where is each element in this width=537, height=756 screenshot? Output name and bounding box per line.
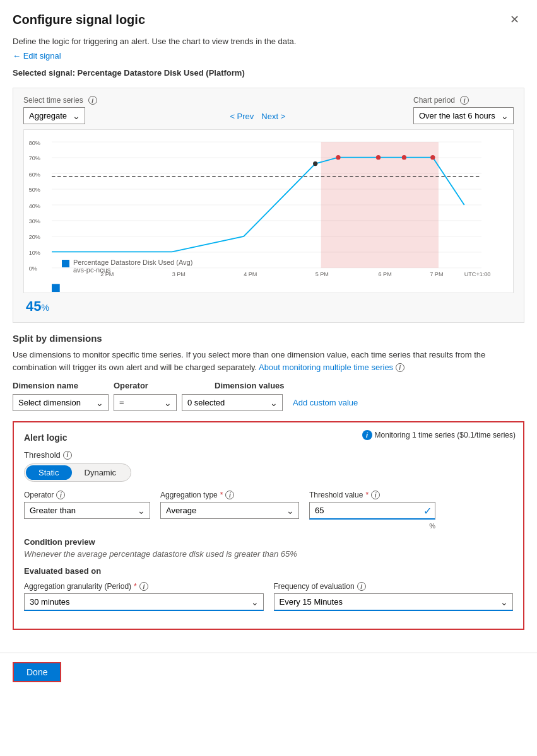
agg-type-info-icon[interactable]: i (225, 491, 234, 499)
frequency-label: Frequency of evaluation i (274, 582, 514, 591)
time-series-select[interactable]: Aggregate (23, 107, 85, 124)
frequency-info-icon[interactable]: i (357, 582, 366, 591)
alert-logic-section: i Monitoring 1 time series ($0.1/time se… (13, 421, 524, 630)
threshold-value-label: Threshold value * i (309, 491, 435, 499)
time-series-info-icon[interactable]: i (88, 96, 97, 105)
chart-value-unit: % (41, 303, 49, 313)
threshold-value-required: * (365, 491, 369, 499)
agg-type-select[interactable]: Average (160, 502, 299, 519)
operator-label: Operator i (24, 491, 150, 499)
chart-period-label: Chart period (413, 96, 455, 105)
svg-point-29 (402, 155, 406, 160)
prev-button[interactable]: < Prev (230, 112, 254, 121)
svg-text:50%: 50% (29, 187, 40, 193)
svg-point-30 (430, 155, 435, 160)
svg-text:30%: 30% (29, 218, 40, 224)
chart-period-select[interactable]: Over the last 6 hours (413, 107, 514, 124)
agg-type-label: Aggregation type * i (160, 491, 299, 499)
svg-text:40%: 40% (29, 203, 40, 209)
svg-text:60%: 60% (29, 172, 40, 178)
svg-point-31 (313, 161, 317, 166)
svg-point-28 (376, 155, 381, 160)
legend-color (62, 260, 69, 267)
dimensions-info-icon[interactable]: i (396, 363, 404, 372)
agg-granularity-label: Aggregation granularity (Period) * i (24, 582, 264, 591)
svg-text:4 PM: 4 PM (244, 272, 257, 278)
agg-granularity-select[interactable]: 30 minutes (24, 593, 264, 611)
dimensions-section: Split by dimensions Use dimensions to mo… (13, 333, 524, 411)
operator-select[interactable]: Greater than (24, 502, 150, 519)
description-text: Define the logic for triggering an alert… (13, 37, 524, 46)
static-toggle-button[interactable]: Static (26, 465, 72, 480)
dimensions-description: Use dimensions to monitor specific time … (13, 349, 524, 373)
dimension-operator-select[interactable]: = (114, 394, 177, 411)
evaluated-based-on-title: Evaluated based on (24, 566, 513, 576)
time-series-label: Select time series (23, 96, 83, 105)
dim-col-operator: Operator (114, 381, 215, 390)
svg-text:20%: 20% (29, 234, 40, 240)
dimensions-title: Split by dimensions (13, 333, 524, 344)
svg-text:5 PM: 5 PM (316, 272, 329, 278)
footer: Done (0, 653, 537, 691)
agg-granularity-required: * (134, 582, 137, 591)
dimension-values-select[interactable]: 0 selected (182, 394, 283, 411)
svg-text:80%: 80% (29, 140, 40, 146)
threshold-toggle[interactable]: Static Dynamic (24, 463, 131, 482)
condition-preview-title: Condition preview (24, 537, 513, 547)
chart-period-info-icon[interactable]: i (460, 96, 469, 105)
condition-preview-text: Whenever the average percentage datastor… (24, 549, 513, 559)
agg-type-required: * (220, 491, 223, 499)
dimension-name-select[interactable]: Select dimension (13, 394, 109, 411)
svg-point-27 (336, 155, 340, 160)
svg-text:70%: 70% (29, 155, 40, 161)
agg-granularity-info-icon[interactable]: i (139, 582, 148, 591)
edit-signal-link[interactable]: Edit signal (13, 51, 61, 61)
threshold-value-info-icon[interactable]: i (371, 491, 380, 499)
chart-value: 45 (26, 298, 41, 314)
svg-rect-25 (321, 142, 439, 268)
chart-section: Select time series i Aggregate < Prev Ne… (13, 88, 524, 323)
frequency-select[interactable]: Every 15 Minutes (274, 593, 514, 611)
threshold-label: Threshold i (24, 450, 513, 460)
svg-text:UTC+1:00: UTC+1:00 (464, 272, 491, 278)
done-button[interactable]: Done (13, 662, 61, 682)
chart-area: 80% 70% 60% 50% 40% 30% 20% 10% 0% 2 PM … (23, 129, 514, 293)
svg-text:6 PM: 6 PM (379, 272, 392, 278)
svg-text:7 PM: 7 PM (430, 272, 443, 278)
dynamic-toggle-button[interactable]: Dynamic (72, 465, 129, 480)
dim-col-name: Dimension name (13, 381, 114, 390)
svg-text:0%: 0% (29, 265, 37, 272)
svg-text:10%: 10% (29, 250, 40, 256)
chart-legend-text: Percentage Datastore Disk Used (Avg) avs… (73, 259, 192, 274)
operator-info-icon[interactable]: i (56, 491, 65, 499)
add-custom-value-button[interactable]: Add custom value (288, 395, 363, 410)
next-button[interactable]: Next > (261, 112, 285, 121)
monitoring-badge: i Monitoring 1 time series ($0.1/time se… (362, 430, 516, 440)
monitoring-link[interactable]: About monitoring multiple time series (259, 363, 393, 372)
close-button[interactable]: ✕ (505, 10, 524, 29)
selected-signal-label: Selected signal: Percentage Datastore Di… (13, 68, 524, 78)
threshold-check-icon: ✓ (423, 505, 432, 517)
monitoring-badge-info-icon: i (362, 430, 372, 440)
modal-title: Configure signal logic (13, 13, 145, 27)
threshold-value-input[interactable]: 65 (309, 502, 435, 520)
svg-rect-32 (52, 284, 60, 292)
threshold-unit: % (309, 522, 435, 530)
dimension-row: Select dimension = 0 selected Add custom… (13, 394, 524, 411)
dim-col-values: Dimension values (215, 381, 316, 390)
threshold-info-icon[interactable]: i (63, 451, 72, 460)
